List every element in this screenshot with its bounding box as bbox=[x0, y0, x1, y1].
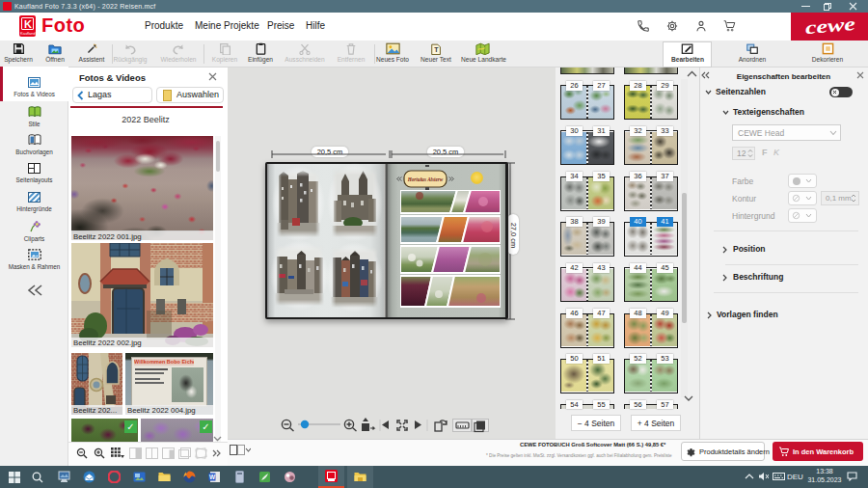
svg-text:W: W bbox=[209, 474, 216, 480]
svg-text:cewe: cewe bbox=[804, 16, 856, 38]
svg-text:Hortulus Alsterw: Hortulus Alsterw bbox=[407, 176, 444, 182]
